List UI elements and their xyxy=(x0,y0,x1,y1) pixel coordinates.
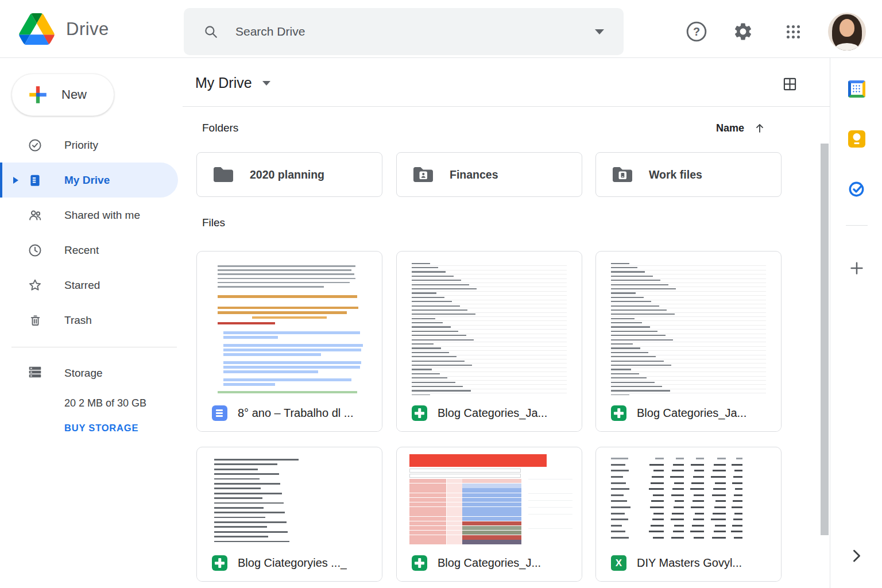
file-type-icon xyxy=(611,405,626,421)
file-footer: Blog Categories_Ja... xyxy=(596,395,781,431)
svg-text:?: ? xyxy=(693,25,700,38)
file-type-icon xyxy=(412,405,427,421)
file-name: DIY Masters Govyl... xyxy=(637,556,742,570)
add-icon xyxy=(848,260,865,277)
folder-card[interactable]: 2020 planning xyxy=(196,152,382,197)
folder-name: 2020 planning xyxy=(250,168,324,181)
storage-label: Storage xyxy=(64,367,103,380)
new-button-label: New xyxy=(61,87,87,102)
sidebar-item-recent[interactable]: Recent xyxy=(0,233,178,268)
file-card[interactable]: Blog Categories_Ja... xyxy=(595,251,782,432)
storage-usage: 20 2 MB of 30 GB xyxy=(64,397,146,409)
file-card[interactable]: Blog Ciategoryies ..._ xyxy=(196,447,382,582)
file-thumbnail xyxy=(197,447,382,546)
sidebar-item-starred[interactable]: Starred xyxy=(0,268,178,303)
file-footer: Blog Categories_Ja... xyxy=(397,395,582,431)
sidebar-item-shared-with-me[interactable]: Shared with me xyxy=(0,198,178,233)
search-options-caret-icon[interactable] xyxy=(595,29,604,34)
search-bar[interactable] xyxy=(184,8,624,55)
file-card[interactable]: Blog Categories_Ja... xyxy=(396,251,582,432)
file-footer: Blog Categories_J... xyxy=(397,545,582,581)
folder-card[interactable]: Finances xyxy=(396,152,582,197)
app-name: Drive xyxy=(66,19,109,40)
expand-arrow-icon[interactable] xyxy=(13,177,18,184)
file-name: Blog Categories_Ja... xyxy=(637,407,746,420)
main-content: My Drive Folders Name 2020 planning Fina… xyxy=(183,57,830,588)
file-footer: X DIY Masters Govyl... xyxy=(596,545,781,581)
breadcrumb-my-drive[interactable]: My Drive xyxy=(195,75,270,91)
file-name: Blog Categories_Ja... xyxy=(438,407,547,420)
priority-check-icon xyxy=(28,138,42,153)
google-apps-button[interactable] xyxy=(780,18,806,45)
sidebar-item-label: Starred xyxy=(64,279,100,292)
new-button[interactable]: New xyxy=(11,74,114,116)
file-thumbnail xyxy=(397,252,582,396)
user-avatar[interactable] xyxy=(828,13,866,51)
file-card[interactable]: X DIY Masters Govyl... xyxy=(595,447,782,582)
chevron-right-icon xyxy=(850,548,863,563)
folder-name: Work files xyxy=(649,168,702,181)
file-name: Blog Categories_J... xyxy=(438,556,541,570)
file-type-icon xyxy=(412,555,427,571)
sidebar-item-my-drive[interactable]: My Drive xyxy=(0,163,178,198)
tasks-icon xyxy=(848,180,866,198)
file-name: Blog Ciategoryies ..._ xyxy=(238,556,347,570)
storage-row[interactable]: Storage xyxy=(0,357,178,389)
collapse-panel-button[interactable] xyxy=(850,548,863,566)
trash-icon xyxy=(28,313,42,328)
help-button[interactable]: ? xyxy=(683,18,710,45)
file-card[interactable]: Blog Categories_J... xyxy=(396,447,582,582)
settings-button[interactable] xyxy=(730,18,756,45)
sidebar-item-label: Trash xyxy=(64,314,92,327)
file-name: 8° ano – Trabalho dl ... xyxy=(238,407,353,420)
header-divider xyxy=(183,106,830,107)
folders-section-label: Folders xyxy=(202,122,238,134)
drive-logo-icon xyxy=(19,13,55,45)
keep-icon xyxy=(848,130,865,148)
star-icon xyxy=(28,278,42,293)
buy-storage-link[interactable]: BUY STORAGE xyxy=(64,423,138,434)
folder-icon xyxy=(212,165,235,184)
sort-control[interactable]: Name xyxy=(716,122,766,134)
search-input[interactable] xyxy=(234,24,595,39)
sidebar-divider xyxy=(11,347,177,347)
right-sidebar xyxy=(830,57,882,588)
sidebar-item-label: My Drive xyxy=(64,174,110,187)
folder-name: Finances xyxy=(450,168,498,181)
title-caret-icon[interactable] xyxy=(262,81,270,86)
file-footer: Blog Ciategoryies ..._ xyxy=(197,545,382,581)
storage-stack-icon xyxy=(28,365,42,382)
sidebar-item-trash[interactable]: Trash xyxy=(0,303,178,338)
files-section-label: Files xyxy=(202,216,225,229)
my-drive-icon xyxy=(28,173,42,188)
rightbar-divider xyxy=(846,225,868,226)
file-type-icon xyxy=(212,555,227,571)
folder-card[interactable]: Work files xyxy=(595,152,782,197)
file-thumbnail xyxy=(197,252,382,396)
sidebar-item-priority[interactable]: Priority xyxy=(0,127,178,163)
tasks-button[interactable] xyxy=(848,180,866,200)
add-panel-button[interactable] xyxy=(848,260,865,279)
left-sidebar: New Priority My Drive xyxy=(0,57,183,588)
file-type-icon: X xyxy=(611,555,626,571)
search-icon[interactable] xyxy=(203,24,218,39)
file-thumbnail xyxy=(397,447,582,546)
storage-section: Storage 20 2 MB of 30 GB BUY STORAGE xyxy=(0,357,178,389)
sidebar-nav: Priority My Drive Shared with m xyxy=(0,127,178,338)
folder-shared-icon xyxy=(412,165,435,184)
grid-view-toggle[interactable] xyxy=(782,76,798,94)
top-app-bar: Drive ? xyxy=(0,0,882,58)
file-thumbnail xyxy=(596,447,781,546)
calendar-icon xyxy=(848,80,865,98)
avatar-face xyxy=(840,19,854,37)
vertical-scrollbar[interactable] xyxy=(821,144,829,535)
sidebar-item-label: Priority xyxy=(64,139,98,152)
keep-button[interactable] xyxy=(848,130,865,148)
folder-device-icon xyxy=(611,165,634,184)
page-title: My Drive xyxy=(195,75,252,91)
shared-people-icon xyxy=(28,208,42,223)
calendar-button[interactable] xyxy=(848,80,865,98)
drive-logo[interactable]: Drive xyxy=(19,13,109,45)
file-card[interactable]: 8° ano – Trabalho dl ... xyxy=(196,251,382,432)
file-type-icon xyxy=(212,405,227,421)
